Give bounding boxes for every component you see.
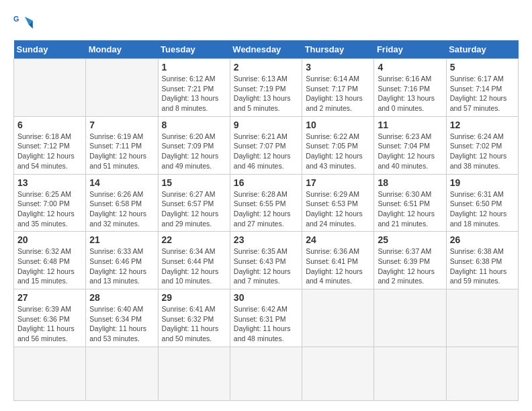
logo: G [13, 13, 36, 34]
day-info: Sunrise: 6:28 AMSunset: 6:55 PMDaylight:… [234, 190, 291, 228]
day-info: Sunrise: 6:22 AMSunset: 7:05 PMDaylight:… [306, 132, 363, 170]
weekday-header-thursday: Thursday [302, 40, 374, 59]
weekday-header-tuesday: Tuesday [158, 40, 230, 59]
calendar-cell [86, 347, 158, 400]
calendar-cell [302, 347, 374, 400]
day-info: Sunrise: 6:30 AMSunset: 6:51 PMDaylight:… [378, 190, 435, 228]
calendar-cell: 2Sunrise: 6:13 AMSunset: 7:19 PMDaylight… [230, 59, 302, 117]
day-number: 9 [234, 120, 298, 130]
day-info: Sunrise: 6:24 AMSunset: 7:02 PMDaylight:… [450, 132, 507, 170]
calendar-week-2: 13Sunrise: 6:25 AMSunset: 7:00 PMDayligh… [14, 174, 519, 232]
day-number: 23 [234, 234, 298, 245]
calendar-cell: 20Sunrise: 6:32 AMSunset: 6:48 PMDayligh… [14, 232, 86, 289]
day-number: 1 [162, 62, 226, 73]
day-info: Sunrise: 6:39 AMSunset: 6:36 PMDaylight:… [17, 305, 75, 342]
svg-text:G: G [13, 15, 19, 23]
calendar-cell [14, 347, 86, 400]
logo-icon: G [13, 13, 34, 34]
calendar-cell [374, 347, 446, 400]
calendar-week-3: 20Sunrise: 6:32 AMSunset: 6:48 PMDayligh… [14, 232, 519, 289]
calendar-cell: 1Sunrise: 6:12 AMSunset: 7:21 PMDaylight… [158, 59, 230, 117]
weekday-header-sunday: Sunday [14, 40, 86, 59]
calendar-cell: 26Sunrise: 6:38 AMSunset: 6:38 PMDayligh… [446, 232, 518, 289]
day-info: Sunrise: 6:42 AMSunset: 6:31 PMDaylight:… [234, 305, 291, 342]
day-info: Sunrise: 6:19 AMSunset: 7:11 PMDaylight:… [89, 132, 146, 170]
calendar-cell: 18Sunrise: 6:30 AMSunset: 6:51 PMDayligh… [374, 174, 446, 232]
weekday-header-monday: Monday [86, 40, 158, 59]
day-number: 15 [162, 177, 226, 188]
day-info: Sunrise: 6:12 AMSunset: 7:21 PMDaylight:… [162, 75, 219, 112]
calendar-cell [158, 347, 230, 400]
calendar-cell: 14Sunrise: 6:26 AMSunset: 6:58 PMDayligh… [86, 174, 158, 232]
day-number: 24 [306, 234, 370, 245]
day-info: Sunrise: 6:35 AMSunset: 6:43 PMDaylight:… [234, 247, 291, 285]
calendar-body: 1Sunrise: 6:12 AMSunset: 7:21 PMDaylight… [14, 59, 519, 401]
calendar-cell: 12Sunrise: 6:24 AMSunset: 7:02 PMDayligh… [446, 116, 518, 174]
calendar-week-4: 27Sunrise: 6:39 AMSunset: 6:36 PMDayligh… [14, 289, 519, 347]
day-number: 3 [306, 62, 370, 73]
calendar-cell: 16Sunrise: 6:28 AMSunset: 6:55 PMDayligh… [230, 174, 302, 232]
day-info: Sunrise: 6:33 AMSunset: 6:46 PMDaylight:… [89, 247, 146, 285]
day-info: Sunrise: 6:21 AMSunset: 7:07 PMDaylight:… [234, 132, 291, 170]
day-number: 2 [234, 62, 298, 73]
calendar-cell: 24Sunrise: 6:36 AMSunset: 6:41 PMDayligh… [302, 232, 374, 289]
calendar-cell: 9Sunrise: 6:21 AMSunset: 7:07 PMDaylight… [230, 116, 302, 174]
day-number: 7 [89, 120, 154, 130]
calendar-cell: 5Sunrise: 6:17 AMSunset: 7:14 PMDaylight… [446, 59, 518, 117]
calendar-week-0: 1Sunrise: 6:12 AMSunset: 7:21 PMDaylight… [14, 59, 519, 117]
weekday-header-saturday: Saturday [446, 40, 518, 59]
day-number: 27 [17, 292, 82, 303]
day-number: 10 [306, 120, 370, 130]
day-info: Sunrise: 6:27 AMSunset: 6:57 PMDaylight:… [162, 190, 219, 228]
page-header: G [13, 13, 519, 34]
calendar-table: SundayMondayTuesdayWednesdayThursdayFrid… [13, 40, 519, 401]
day-number: 18 [378, 177, 442, 188]
calendar-cell: 22Sunrise: 6:34 AMSunset: 6:44 PMDayligh… [158, 232, 230, 289]
calendar-cell: 25Sunrise: 6:37 AMSunset: 6:39 PMDayligh… [374, 232, 446, 289]
day-info: Sunrise: 6:34 AMSunset: 6:44 PMDaylight:… [162, 247, 219, 285]
day-info: Sunrise: 6:14 AMSunset: 7:17 PMDaylight:… [306, 75, 363, 112]
calendar-week-5 [14, 347, 519, 400]
day-number: 16 [234, 177, 298, 188]
day-number: 8 [162, 120, 226, 130]
calendar-cell [86, 59, 158, 117]
day-info: Sunrise: 6:40 AMSunset: 6:34 PMDaylight:… [89, 305, 146, 342]
calendar-cell: 4Sunrise: 6:16 AMSunset: 7:16 PMDaylight… [374, 59, 446, 117]
day-info: Sunrise: 6:25 AMSunset: 7:00 PMDaylight:… [17, 190, 75, 228]
day-number: 30 [234, 292, 298, 303]
day-number: 5 [450, 62, 515, 73]
weekday-header-friday: Friday [374, 40, 446, 59]
calendar-cell: 13Sunrise: 6:25 AMSunset: 7:00 PMDayligh… [14, 174, 86, 232]
calendar-cell: 15Sunrise: 6:27 AMSunset: 6:57 PMDayligh… [158, 174, 230, 232]
calendar-cell: 11Sunrise: 6:23 AMSunset: 7:04 PMDayligh… [374, 116, 446, 174]
calendar-cell: 19Sunrise: 6:31 AMSunset: 6:50 PMDayligh… [446, 174, 518, 232]
day-info: Sunrise: 6:31 AMSunset: 6:50 PMDaylight:… [450, 190, 507, 228]
calendar-cell: 8Sunrise: 6:20 AMSunset: 7:09 PMDaylight… [158, 116, 230, 174]
calendar-cell [374, 289, 446, 347]
day-info: Sunrise: 6:26 AMSunset: 6:58 PMDaylight:… [89, 190, 146, 228]
day-info: Sunrise: 6:38 AMSunset: 6:38 PMDaylight:… [450, 247, 507, 285]
day-info: Sunrise: 6:17 AMSunset: 7:14 PMDaylight:… [450, 75, 507, 112]
weekday-header-wednesday: Wednesday [230, 40, 302, 59]
calendar-week-1: 6Sunrise: 6:18 AMSunset: 7:12 PMDaylight… [14, 116, 519, 174]
day-number: 4 [378, 62, 442, 73]
day-info: Sunrise: 6:36 AMSunset: 6:41 PMDaylight:… [306, 247, 363, 285]
day-number: 29 [162, 292, 226, 303]
day-number: 17 [306, 177, 370, 188]
day-info: Sunrise: 6:29 AMSunset: 6:53 PMDaylight:… [306, 190, 363, 228]
day-info: Sunrise: 6:23 AMSunset: 7:04 PMDaylight:… [378, 132, 435, 170]
day-number: 21 [89, 234, 154, 245]
calendar-cell: 23Sunrise: 6:35 AMSunset: 6:43 PMDayligh… [230, 232, 302, 289]
day-number: 28 [89, 292, 154, 303]
calendar-cell [446, 347, 518, 400]
day-number: 26 [450, 234, 515, 245]
day-number: 19 [450, 177, 515, 188]
calendar-cell [446, 289, 518, 347]
day-info: Sunrise: 6:20 AMSunset: 7:09 PMDaylight:… [162, 132, 219, 170]
calendar-cell: 27Sunrise: 6:39 AMSunset: 6:36 PMDayligh… [14, 289, 86, 347]
day-info: Sunrise: 6:16 AMSunset: 7:16 PMDaylight:… [378, 75, 435, 112]
calendar-cell: 7Sunrise: 6:19 AMSunset: 7:11 PMDaylight… [86, 116, 158, 174]
day-number: 12 [450, 120, 515, 130]
calendar-cell: 30Sunrise: 6:42 AMSunset: 6:31 PMDayligh… [230, 289, 302, 347]
calendar-cell: 28Sunrise: 6:40 AMSunset: 6:34 PMDayligh… [86, 289, 158, 347]
